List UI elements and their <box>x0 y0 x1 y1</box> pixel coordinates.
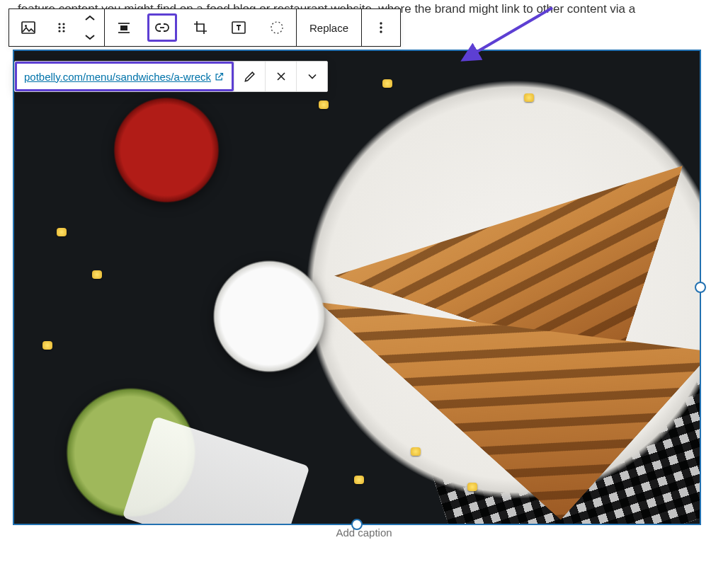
svg-point-7 <box>62 30 64 32</box>
drag-handle-button[interactable] <box>47 9 76 46</box>
annotation-arrow-icon <box>446 4 559 68</box>
svg-rect-9 <box>120 25 127 30</box>
svg-point-5 <box>62 26 64 28</box>
svg-point-1 <box>25 25 27 27</box>
image-content <box>14 51 700 524</box>
svg-point-12 <box>271 22 283 33</box>
resize-handle-right[interactable] <box>695 282 706 293</box>
image-block[interactable] <box>13 50 701 525</box>
link-url-text[interactable]: potbelly.com/menu/sandwiches/a-wreck <box>24 71 211 83</box>
more-options-button[interactable] <box>362 9 400 46</box>
edit-link-button[interactable] <box>234 62 265 91</box>
move-up-down-button[interactable] <box>76 9 104 46</box>
svg-point-14 <box>380 26 382 28</box>
replace-button[interactable]: Replace <box>297 9 361 46</box>
link-popover: potbelly.com/menu/sandwiches/a-wreck <box>14 61 328 92</box>
resize-handle-bottom[interactable] <box>351 519 363 530</box>
external-link-icon <box>214 71 224 82</box>
svg-point-3 <box>62 23 64 25</box>
svg-rect-0 <box>22 22 35 33</box>
align-button[interactable] <box>105 9 143 46</box>
block-type-image-button[interactable] <box>9 9 47 46</box>
insert-link-button[interactable] <box>143 9 181 46</box>
svg-point-13 <box>380 22 382 24</box>
image-caption-input[interactable]: Add caption <box>0 527 728 539</box>
svg-point-15 <box>380 30 382 33</box>
duotone-filter-button[interactable] <box>258 9 296 46</box>
svg-point-4 <box>58 26 60 28</box>
svg-point-6 <box>58 30 60 32</box>
text-overlay-button[interactable] <box>220 9 258 46</box>
crop-button[interactable] <box>181 9 220 46</box>
link-options-button[interactable] <box>296 62 327 91</box>
block-toolbar: Replace <box>8 8 401 47</box>
svg-point-2 <box>58 23 60 25</box>
link-url-display[interactable]: potbelly.com/menu/sandwiches/a-wreck <box>15 62 234 91</box>
remove-link-button[interactable] <box>265 62 296 91</box>
